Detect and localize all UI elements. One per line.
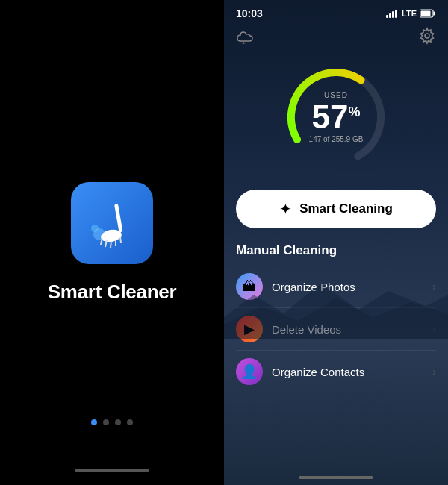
status-time: 10:03 xyxy=(236,7,263,19)
home-indicator-right xyxy=(299,476,373,479)
smart-cleaning-button[interactable]: ✦ Smart Cleaning xyxy=(236,190,436,228)
percent-display: 57% xyxy=(309,101,364,134)
settings-icon-btn[interactable] xyxy=(418,27,436,49)
home-indicator-left xyxy=(75,469,149,472)
left-panel: Smart Cleaner xyxy=(0,0,224,485)
battery-icon xyxy=(420,9,436,18)
lte-label: LTE xyxy=(402,9,417,18)
storage-ring: USED 57% 147 of 255.9 GB xyxy=(280,61,392,173)
top-icons-row: ✳ xyxy=(224,24,448,49)
svg-point-1 xyxy=(91,225,99,232)
organize-contacts-item[interactable]: 👤 Organize Contacts › xyxy=(236,351,436,392)
status-bar: 10:03 LTE xyxy=(224,0,448,24)
contacts-icon: 👤 xyxy=(236,358,263,385)
dot-2 xyxy=(103,419,109,425)
gear-icon xyxy=(418,27,436,45)
bar-1 xyxy=(386,15,388,18)
svg-line-7 xyxy=(111,241,111,248)
storage-section: USED 57% 147 of 255.9 GB xyxy=(224,49,448,181)
svg-text:✳: ✳ xyxy=(240,40,246,44)
percent-value: 57 xyxy=(312,98,349,135)
page-dots xyxy=(91,419,133,425)
smart-cleaning-label: Smart Cleaning xyxy=(299,201,393,216)
percent-symbol: % xyxy=(348,104,360,119)
organize-contacts-label: Organize Contacts xyxy=(272,366,432,378)
storage-detail: 147 of 255.9 GB xyxy=(309,135,364,143)
mountain-silhouette xyxy=(224,280,448,340)
dot-1 xyxy=(91,419,97,425)
cloud-icon: ✳ xyxy=(236,28,255,44)
bar-4 xyxy=(395,10,397,18)
dot-3 xyxy=(115,419,121,425)
bar-3 xyxy=(392,11,394,18)
right-panel: 10:03 LTE ✳ xyxy=(224,0,448,485)
svg-point-14 xyxy=(425,34,429,38)
signal-bars xyxy=(386,9,397,18)
app-name-label: Smart Cleaner xyxy=(48,281,176,304)
app-icon xyxy=(71,182,153,264)
status-icons: LTE xyxy=(386,9,436,18)
dot-4 xyxy=(127,419,133,425)
svg-rect-12 xyxy=(421,11,431,16)
bar-2 xyxy=(389,13,391,18)
cloud-icon-btn[interactable]: ✳ xyxy=(236,28,255,48)
svg-rect-11 xyxy=(434,12,435,16)
ring-center: USED 57% 147 of 255.9 GB xyxy=(309,91,364,143)
app-icon-svg xyxy=(86,197,138,249)
svg-rect-3 xyxy=(114,204,123,232)
chevron-contacts: › xyxy=(432,366,436,378)
svg-line-9 xyxy=(120,237,121,243)
manual-cleaning-title: Manual Cleaning xyxy=(236,243,436,258)
sparkle-icon: ✦ xyxy=(279,200,292,218)
